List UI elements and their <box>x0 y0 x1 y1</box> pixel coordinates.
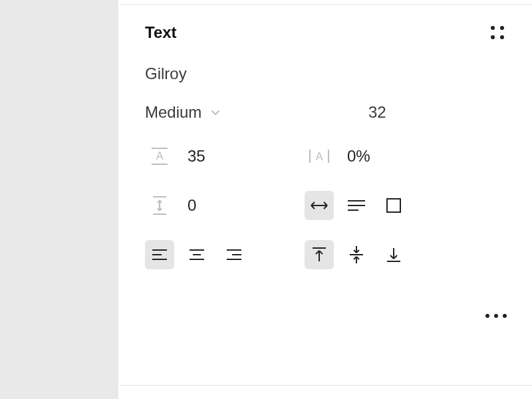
align-middle-icon <box>348 245 364 265</box>
panel-title: Text <box>145 23 177 42</box>
align-right-button[interactable] <box>219 240 249 269</box>
fixed-size-button[interactable] <box>379 191 408 220</box>
svg-rect-13 <box>387 199 400 212</box>
chevron-down-icon <box>209 106 221 118</box>
auto-height-button[interactable] <box>342 191 371 220</box>
auto-height-icon <box>346 198 366 213</box>
more-options-button[interactable] <box>485 314 507 318</box>
align-center-icon <box>188 247 206 262</box>
align-top-icon <box>311 245 327 264</box>
align-left-icon <box>150 247 169 262</box>
paragraph-spacing-input[interactable]: 0 <box>188 196 196 215</box>
paragraph-spacing-icon <box>145 191 174 220</box>
font-weight-select[interactable]: Medium <box>145 103 221 122</box>
fixed-size-icon <box>385 197 402 214</box>
svg-text:A: A <box>156 150 164 162</box>
align-center-button[interactable] <box>182 240 211 269</box>
font-size-input[interactable]: 32 <box>368 103 386 122</box>
align-bottom-icon <box>386 245 402 264</box>
align-top-button[interactable] <box>305 240 334 269</box>
font-weight-label: Medium <box>145 103 201 122</box>
align-bottom-button[interactable] <box>379 240 408 269</box>
line-height-input[interactable]: 35 <box>188 147 205 166</box>
text-properties-panel: Text Gilroy Medium 32 <box>120 0 532 399</box>
type-settings-icon[interactable] <box>488 23 507 42</box>
divider <box>120 385 532 386</box>
horizontal-arrows-icon <box>309 199 330 212</box>
line-height-icon: A <box>145 142 174 171</box>
align-right-icon <box>225 247 243 262</box>
font-family-select[interactable]: Gilroy <box>145 65 507 83</box>
svg-text:A: A <box>316 151 323 162</box>
letter-spacing-input[interactable]: 0% <box>347 147 370 166</box>
align-left-button[interactable] <box>145 240 174 269</box>
letter-spacing-icon: A <box>305 142 334 171</box>
auto-width-button[interactable] <box>305 191 334 220</box>
align-middle-button[interactable] <box>342 240 371 269</box>
canvas-gutter <box>0 0 120 399</box>
